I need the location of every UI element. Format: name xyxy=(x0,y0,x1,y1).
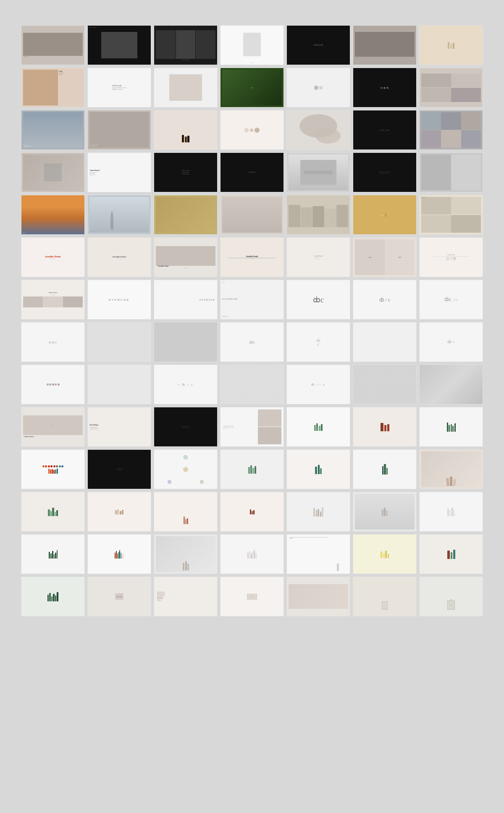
slide-64: texture * About Product* xyxy=(21,407,85,447)
slide-54: ȸ c xyxy=(286,322,350,362)
slide-28 xyxy=(419,152,483,192)
slide-91 xyxy=(419,534,483,574)
slide-82 xyxy=(286,492,350,532)
slide-10 xyxy=(154,68,218,108)
slide-53: ȸc xyxy=(220,322,284,362)
slide-42: Sensibl ourit xyxy=(419,237,483,277)
slide-78 xyxy=(21,492,85,532)
slide-61: ȸ ε c ψ xyxy=(286,365,350,404)
slide-3: "Happy Choices" xyxy=(154,25,218,65)
slide-47: ȸc xyxy=(286,280,350,320)
slide-97: AYUNCHE xyxy=(353,577,417,616)
slide-36: Sensible Purity Brand Slogan xyxy=(21,237,85,277)
slide-grid: building photo Happy Choices "Happy Choi… xyxy=(21,25,483,616)
slide-81 xyxy=(220,492,284,532)
slide-93 xyxy=(87,577,151,616)
slide-79 xyxy=(87,492,151,532)
slide-49: ȸc AYUNCHE 브랜드 심볼 xyxy=(419,280,483,320)
sensible-purity-red-text: Sensible Purity xyxy=(45,255,61,258)
slide-37: "Sensible Purity" brand slogan xyxy=(87,237,151,277)
slide-48: ȸ / c xyxy=(353,280,417,320)
slide-30: 해변 산책 xyxy=(87,195,151,235)
slide-70 xyxy=(419,407,483,447)
slide-8: 제품명 브랜드 소개 제품 설명 xyxy=(21,68,85,108)
slide-31: 꽃 xyxy=(154,195,218,235)
slide-40: Sensib Purit 감각적인 순수 Brand Slogan design xyxy=(286,237,350,277)
slide-38: "Sensible Purity" Nature Create xyxy=(154,237,218,277)
slide-68 xyxy=(286,407,350,447)
slide-19 xyxy=(286,110,350,150)
slide-80 xyxy=(154,492,218,532)
slide-39: Sensible Purity Brand Identity xyxy=(220,237,284,277)
slide-86 xyxy=(87,534,151,574)
slide-35: Eco Chic xyxy=(419,195,483,235)
slide-33 xyxy=(286,195,350,235)
slide-2: Happy Choices xyxy=(87,25,151,65)
slide-4: product xyxy=(220,25,284,65)
slide-12: 아 xyxy=(286,68,350,108)
slide-1: building photo xyxy=(21,25,85,65)
slide-73: Brand 자연 감각 순수 xyxy=(154,449,218,489)
slide-87 xyxy=(154,534,218,574)
slide-22: 파리 xyxy=(21,152,85,192)
slide-69 xyxy=(353,407,417,447)
slide-67: "New Space Fit this Product" "New Space … xyxy=(220,407,284,447)
slide-17 xyxy=(154,110,218,150)
slide-63 xyxy=(419,365,483,404)
slide-18 xyxy=(220,110,284,150)
slide-24: Brand Core Value Brand Identity Surface … xyxy=(154,152,218,192)
slide-7 xyxy=(419,25,483,65)
slide-20: 아윤채 브랜드 xyxy=(353,110,417,150)
slide-5: 감각적인 순수함 xyxy=(286,25,350,65)
slide-85 xyxy=(21,534,85,574)
slide-34: Eco Chic xyxy=(353,195,417,235)
slide-27: 아윤채 브랜드 아이덴티티를완성하는 감각적인 디자인 xyxy=(353,152,417,192)
slide-65: Color Strategy, Product Design, Applicat… xyxy=(87,407,151,447)
slide-92 xyxy=(21,577,85,616)
slide-96: texture xyxy=(286,577,350,616)
slide-46: 아윤채 AYUNCHE 자연에서 시작된 감각적인 브랜드 xyxy=(220,280,284,320)
slide-45: AYUNCHE xyxy=(154,280,218,320)
slide-72: 아윤채 제품 컬러전략 개발 xyxy=(87,449,151,489)
slide-43: Nature Create 브랜드 슬로건 xyxy=(21,280,85,320)
slide-76 xyxy=(353,449,417,489)
slide-55 xyxy=(353,322,417,362)
slide-98: AYUNCHE토트백 xyxy=(419,577,483,616)
slide-32 xyxy=(220,195,284,235)
slide-95: AYUNCHE패키지 xyxy=(220,577,284,616)
slide-15: "도시" 감각적인 아름다움 xyxy=(21,110,85,150)
slide-29: sunset xyxy=(21,195,85,235)
slide-77 xyxy=(419,449,483,489)
slide-56: ȸ c a e y d xyxy=(419,322,483,362)
slide-88 xyxy=(220,534,284,574)
slide-75 xyxy=(286,449,350,489)
slide-89: 용량 : 50ml 소재 : PET xyxy=(286,534,350,574)
slide-44: AYUNCHE xyxy=(87,280,151,320)
slide-52 xyxy=(154,322,218,362)
slide-14 xyxy=(419,68,483,108)
ayunche-logo-center: AYUNCHE xyxy=(109,299,130,301)
slide-16: 감각적인 순수함을담은 브랜드 xyxy=(87,110,151,150)
slide-6: interior xyxy=(353,25,417,65)
slide-57 xyxy=(21,365,85,404)
slide-51 xyxy=(87,322,151,362)
slide-71 xyxy=(21,449,85,489)
slide-90 xyxy=(353,534,417,574)
slide-21 xyxy=(419,110,483,150)
slide-84 xyxy=(419,492,483,532)
slide-59: u ȸ ε ψ xyxy=(154,365,218,404)
slide-74 xyxy=(220,449,284,489)
slide-94: AYUNCHE아윤채 명함 xyxy=(154,577,218,616)
slide-60 xyxy=(220,365,284,404)
slide-50: o u c xyxy=(21,322,85,362)
slide-41: isible Purit xyxy=(353,237,417,277)
slide-66: 아윤채 제품 디자인을위한 전략적 접근 xyxy=(154,407,218,447)
slide-83 xyxy=(353,492,417,532)
slide-9: 감각적인 순수함 브랜드 아이덴티티 디자인 제품 패키지 디자인 xyxy=(87,68,151,108)
slide-26 xyxy=(286,152,350,192)
slide-25: 감각적인 순수 xyxy=(220,152,284,192)
slide-23: * About Brand* Brand Core Value, Brand I… xyxy=(87,152,151,192)
slide-58 xyxy=(87,365,151,404)
slide-11: 자연 xyxy=(220,68,284,108)
slide-13: 아윤채 xyxy=(353,68,417,108)
